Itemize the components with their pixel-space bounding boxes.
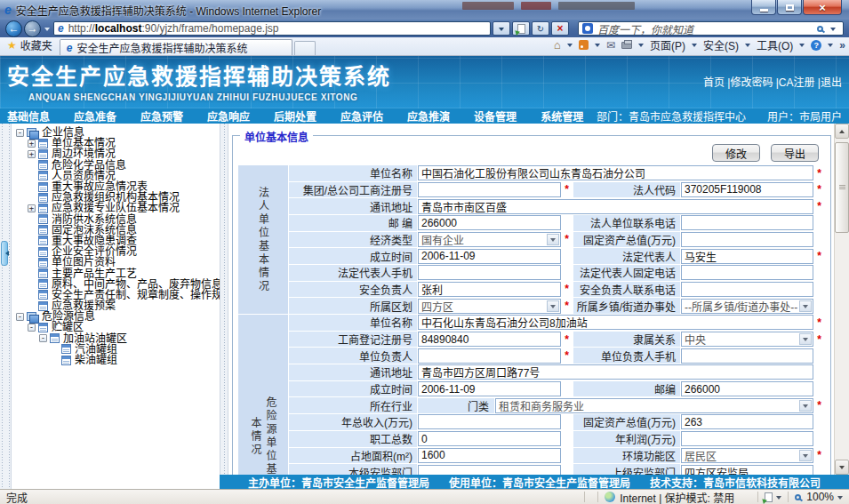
modify-button[interactable]: 修改 — [712, 144, 760, 162]
collapse-handle[interactable] — [1, 241, 8, 266]
tree-item[interactable]: +应急救援专业队伍基本情况 — [12, 203, 220, 213]
tree-item[interactable]: 单位图片资料 — [12, 257, 220, 268]
compatibility-view-button[interactable] — [512, 21, 530, 36]
tree-item[interactable]: -加油站油罐区 — [12, 333, 220, 344]
tree-item-label[interactable]: 贮罐区 — [52, 322, 84, 332]
tree-item[interactable]: 柴油罐组 — [12, 355, 220, 365]
tree-item-label[interactable]: 加油站油罐区 — [63, 333, 127, 344]
tree-item[interactable]: 原料、中间产物、产品、废弃物信息 — [12, 279, 220, 290]
scrollbar-thumb[interactable] — [835, 142, 849, 233]
chevron-down-icon[interactable] — [799, 400, 812, 412]
zoom-level-button[interactable]: 100% — [795, 491, 843, 503]
expand-icon[interactable]: + — [28, 150, 36, 158]
field-input[interactable]: 2006-11-09 — [418, 381, 561, 396]
chevron-down-icon[interactable] — [547, 234, 559, 245]
tree-item-label[interactable]: 固定泡沫系统信息 — [52, 225, 137, 236]
expand-icon[interactable]: + — [28, 204, 36, 212]
active-tab[interactable]: e 安全生产应急救援指挥辅助决策系统 — [60, 39, 292, 55]
menu-item-0[interactable]: 基础信息 — [7, 108, 50, 124]
print-icon[interactable] — [621, 42, 632, 49]
tree-item-label[interactable]: 消防供水系统信息 — [52, 214, 137, 225]
field-input[interactable]: 2006-11-09 — [418, 249, 561, 264]
forward-button[interactable]: → — [24, 20, 41, 37]
refresh-button[interactable]: ↻ — [532, 21, 549, 36]
minimize-button[interactable] — [751, 0, 776, 15]
field-input[interactable] — [681, 215, 813, 230]
page-menu-button[interactable]: 页面(P) — [650, 37, 685, 52]
tree-item-label[interactable]: 周边环境情况 — [52, 148, 116, 159]
field-input[interactable] — [681, 282, 813, 297]
chevron-down-icon[interactable] — [799, 450, 812, 461]
field-select[interactable]: --所属乡镇/街道办事处-- — [681, 299, 813, 314]
field-input[interactable] — [418, 182, 561, 197]
tree-item[interactable]: -危险源信息 — [12, 311, 220, 322]
field-input[interactable] — [681, 265, 813, 280]
collapse-icon[interactable]: - — [16, 313, 24, 321]
menu-item-5[interactable]: 应急评估 — [340, 108, 383, 124]
tree-item-label[interactable]: 主要产品生产工艺 — [52, 268, 137, 279]
field-input[interactable] — [681, 431, 813, 446]
field-select[interactable]: 国有企业 — [418, 232, 561, 247]
safety-menu-button[interactable]: 安全(S) — [703, 37, 739, 52]
field-select[interactable]: 中央 — [681, 332, 813, 347]
menu-item-2[interactable]: 应急预警 — [140, 108, 183, 124]
header-link-2[interactable]: CA注册 — [779, 76, 815, 89]
tree-item[interactable]: 企业安全评价情况 — [12, 246, 220, 257]
address-dropdown-button[interactable] — [493, 21, 510, 36]
field-input[interactable] — [681, 232, 813, 247]
scroll-up-icon[interactable] — [835, 124, 849, 139]
menu-item-6[interactable]: 应急推演 — [407, 108, 450, 124]
tree-item[interactable]: 主要产品生产工艺 — [12, 268, 220, 278]
tree-item-label[interactable]: 单位图片资料 — [52, 257, 116, 268]
field-input[interactable]: 0 — [418, 431, 561, 446]
tree-item[interactable]: 危险化学品信息 — [12, 160, 220, 171]
field-select[interactable]: 居民区 — [681, 448, 813, 463]
scroll-down-icon[interactable] — [835, 460, 849, 475]
tree-item-label[interactable]: 危险化学品信息 — [52, 160, 126, 171]
tree-item[interactable]: -企业信息 — [12, 127, 220, 138]
collapse-icon[interactable]: - — [39, 334, 47, 342]
header-link-1[interactable]: 修改密码 — [730, 76, 773, 89]
menu-item-7[interactable]: 设备管理 — [474, 108, 517, 124]
collapse-icon[interactable]: - — [16, 129, 24, 137]
menu-item-8[interactable]: 系统管理 — [541, 108, 583, 124]
tree-item-label[interactable]: 柴油罐组 — [75, 355, 117, 365]
close-button[interactable]: × — [803, 0, 842, 15]
stop-button[interactable]: × — [551, 21, 569, 36]
help-icon[interactable]: ? — [811, 40, 821, 51]
field-input[interactable]: 1600 — [418, 448, 561, 463]
collapse-icon[interactable]: - — [28, 324, 36, 332]
tree-item-label[interactable]: 应急救援专业队伍基本情况 — [52, 203, 180, 213]
chevron-down-icon[interactable] — [799, 333, 812, 345]
field-input[interactable]: 青岛市市南区百盛 — [418, 199, 813, 214]
field-input[interactable]: 中石化山东青岛石油分公司8加油站 — [418, 315, 813, 330]
search-icon[interactable] — [817, 26, 823, 32]
field-input[interactable]: 370205F119008 — [681, 182, 813, 197]
panel-splitter[interactable] — [0, 124, 12, 489]
back-button[interactable]: ← — [5, 20, 22, 37]
header-link-0[interactable]: 首页 — [703, 76, 725, 89]
chevron-down-icon[interactable] — [547, 300, 559, 312]
chevron-down-icon[interactable] — [799, 300, 812, 312]
field-input[interactable]: 张利 — [418, 282, 561, 297]
tree-content-splitter[interactable] — [220, 124, 228, 489]
field-input[interactable]: 中国石油化工股份有限公司山东青岛石油分公司 — [418, 165, 813, 180]
overflow-chevron-icon[interactable]: » — [839, 39, 845, 52]
address-input[interactable]: e http://localhost:90/yjzh/frame/homepag… — [53, 21, 491, 36]
export-button[interactable]: 导出 — [771, 144, 819, 162]
favorites-button[interactable]: ★ 收藏夹 — [4, 37, 60, 55]
tree-item[interactable]: 安全生产责任制、规章制度、操作规程信息 — [12, 290, 220, 300]
menu-item-4[interactable]: 后期处置 — [274, 108, 316, 124]
tree-item[interactable]: +单位基本情况 — [12, 138, 220, 148]
field-input[interactable]: 马安生 — [681, 249, 813, 264]
field-input[interactable] — [681, 348, 813, 364]
maximize-button[interactable] — [777, 0, 802, 15]
field-select[interactable]: 四方区 — [418, 299, 561, 314]
feeds-icon[interactable] — [579, 40, 589, 50]
content-scrollbar[interactable] — [834, 124, 849, 475]
home-icon[interactable]: ⌂ — [554, 41, 561, 50]
field-input[interactable]: 青岛市四方区周口路77号 — [418, 364, 813, 380]
tree-item-label[interactable]: 汽油罐组 — [75, 344, 117, 355]
change-zoom-button[interactable] — [765, 492, 781, 502]
search-dropdown-icon[interactable] — [830, 28, 836, 34]
